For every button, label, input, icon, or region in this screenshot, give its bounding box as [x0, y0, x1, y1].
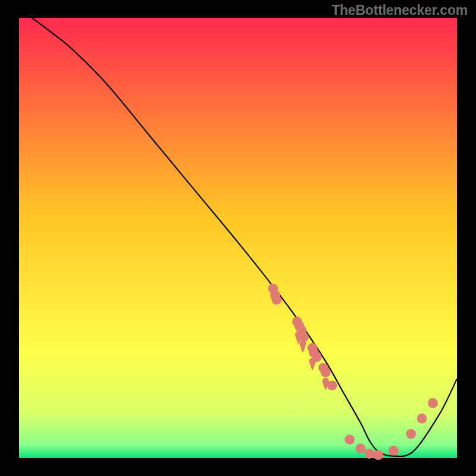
data-point [356, 443, 366, 453]
chart-container: TheBottlenecker.com [0, 0, 476, 476]
data-point [373, 450, 383, 460]
data-point [417, 414, 427, 424]
data-point [299, 332, 309, 342]
bottleneck-chart [0, 0, 476, 476]
plot-background [19, 18, 457, 458]
data-point [321, 367, 331, 377]
data-point [364, 449, 374, 459]
watermark-text: TheBottlenecker.com [331, 2, 468, 18]
data-point [312, 352, 322, 362]
data-point [428, 398, 438, 408]
data-point [327, 381, 337, 391]
data-point [389, 446, 399, 456]
data-point [345, 435, 355, 445]
data-point [406, 429, 416, 439]
data-point [271, 295, 281, 305]
